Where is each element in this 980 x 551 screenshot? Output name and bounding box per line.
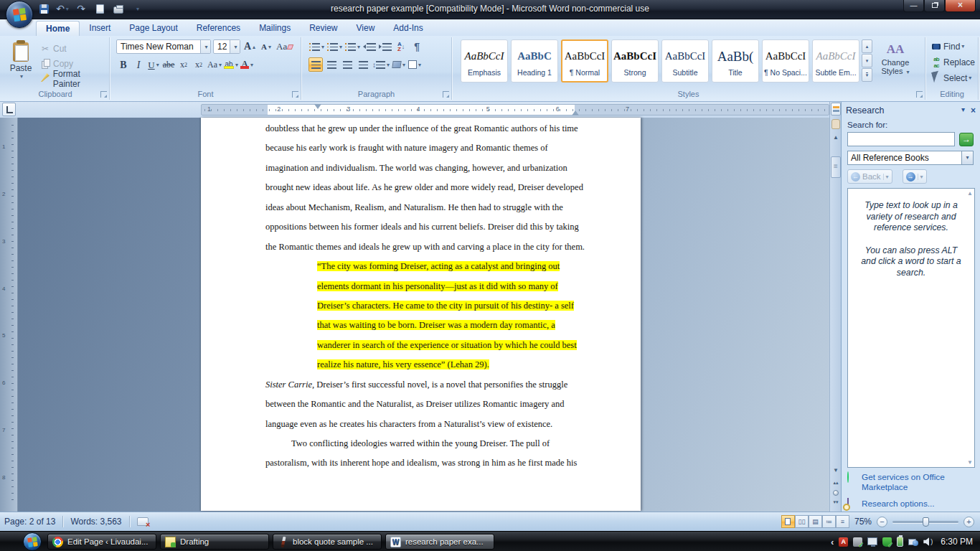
office-marketplace-link[interactable]: Get services on Office Marketplace (847, 472, 976, 492)
shading-button[interactable]: ▾ (392, 57, 406, 72)
ribbon-tab[interactable]: Review (300, 21, 347, 36)
style-card[interactable]: AaBbCcI Strong (611, 39, 659, 83)
outline-view-button[interactable]: ≔ (822, 515, 836, 528)
taskbar-clock[interactable]: 6:30 PM (938, 537, 976, 547)
display-settings-icon[interactable] (867, 537, 877, 545)
word-count[interactable]: Words: 3,563 (70, 517, 121, 527)
taskbar-button[interactable]: Edit Page ‹ Livaudai... (47, 534, 156, 550)
proofing-errors-icon[interactable] (137, 517, 149, 526)
zoom-slider[interactable] (892, 521, 958, 523)
redo-button[interactable]: ↷ (75, 2, 88, 15)
format-painter-button[interactable]: Format Painter (39, 71, 109, 86)
style-card[interactable]: AaBbCcI Subtitle (661, 39, 709, 83)
italic-button[interactable]: I (131, 57, 146, 72)
previous-page-button[interactable]: ▴▴ (830, 480, 842, 490)
zoom-level[interactable]: 75% (854, 517, 872, 527)
borders-button[interactable]: ▾ (407, 57, 422, 72)
research-search-input[interactable] (847, 132, 955, 146)
view-ruler-toggle-button[interactable] (831, 103, 841, 116)
results-scroll-up-icon[interactable]: ▲ (967, 190, 973, 197)
pane-menu-caret-icon[interactable]: ▾ (961, 105, 965, 116)
styles-scroll-down-button[interactable]: ▾ (862, 54, 872, 67)
align-right-button[interactable] (340, 57, 354, 72)
ribbon-tab[interactable]: Mailings (250, 21, 300, 36)
show-hidden-icons-button[interactable]: ‹ (831, 537, 834, 547)
styles-scroll-up-button[interactable]: ▴ (862, 39, 872, 53)
start-button[interactable] (23, 532, 42, 551)
zoom-in-button[interactable]: + (963, 517, 974, 527)
grow-font-button[interactable]: A▴ (242, 39, 257, 54)
scrollbar-thumb[interactable] (831, 156, 841, 178)
horizontal-ruler[interactable]: 1234567 (201, 104, 829, 116)
increase-indent-button[interactable] (378, 39, 392, 54)
back-button[interactable]: ← Back ▾ (847, 169, 892, 184)
start-search-button[interactable]: → (959, 133, 974, 146)
zoom-out-button[interactable]: − (877, 517, 887, 527)
minimize-button[interactable]: — (903, 0, 924, 12)
ribbon-tab[interactable]: Add-Ins (384, 21, 432, 36)
font-size-combo[interactable]: 12 ▾ (213, 39, 240, 54)
zoom-slider-thumb[interactable] (923, 517, 929, 527)
show-hide-paragraph-button[interactable]: ¶ (410, 39, 424, 54)
document-text[interactable]: doubtless that he grew up under the infl… (265, 119, 581, 474)
style-card[interactable]: AaBbCcI Subtle Em... (812, 39, 859, 83)
security-status-icon[interactable] (882, 537, 892, 547)
justify-button[interactable] (356, 57, 370, 72)
clear-formatting-button[interactable]: Aa (275, 39, 293, 54)
ribbon-tab[interactable]: View (347, 21, 385, 36)
ribbon-tab[interactable]: Insert (80, 21, 120, 36)
restore-button[interactable] (924, 0, 945, 12)
text-highlight-button[interactable]: ab▾ (223, 57, 239, 72)
usb-device-icon[interactable] (853, 537, 862, 547)
results-scroll-down-icon[interactable]: ▼ (967, 459, 973, 466)
vertical-scrollbar[interactable]: ▲ ▼ ▴▴ ▾▾ (829, 102, 841, 512)
close-button[interactable]: × (945, 0, 976, 12)
change-case-button[interactable]: Aa▾ (207, 57, 222, 72)
scroll-down-button[interactable]: ▼ (830, 465, 842, 476)
undo-button[interactable]: ↶▾ (56, 2, 69, 15)
document-page[interactable]: doubtless that he grew up under the infl… (201, 118, 641, 511)
font-family-combo[interactable]: Times New Roman ▾ (116, 39, 211, 54)
ribbon-tab[interactable]: Page Layout (120, 21, 187, 36)
network-icon[interactable] (908, 537, 918, 546)
replace-button[interactable]: abacReplace (930, 55, 978, 69)
sort-button[interactable]: AZ↓ (394, 39, 408, 54)
font-dialog-launcher[interactable] (292, 91, 298, 98)
ribbon-tab[interactable]: References (187, 21, 250, 36)
decrease-indent-button[interactable] (362, 39, 377, 54)
select-button[interactable]: Select▾ (930, 71, 978, 85)
web-layout-view-button[interactable]: ▤ (809, 515, 822, 528)
speaker-icon[interactable] (923, 537, 929, 546)
cut-button[interactable]: ✂Cut (39, 41, 109, 56)
draft-view-button[interactable]: ≡ (836, 515, 849, 528)
first-line-indent-marker[interactable] (314, 104, 321, 109)
find-button[interactable]: Find▾ (930, 39, 978, 53)
ribbon-tab[interactable]: Home (36, 21, 80, 36)
line-spacing-button[interactable]: ↕▾ (372, 57, 390, 72)
align-left-button[interactable] (308, 57, 323, 72)
taskbar-button[interactable]: Drafting (160, 534, 269, 550)
page-indicator[interactable]: Page: 2 of 13 (4, 517, 55, 527)
style-card[interactable]: AaBbCcI Emphasis (461, 39, 508, 83)
adobe-tray-icon[interactable]: A (839, 537, 848, 547)
pan-hand-icon[interactable] (831, 119, 840, 129)
font-color-button[interactable]: A▾ (240, 57, 254, 72)
style-card[interactable]: AaBbCcI ¶ No Spaci... (762, 39, 809, 83)
forward-button[interactable]: → ▾ (903, 169, 927, 184)
align-center-button[interactable] (324, 57, 339, 72)
customize-qat-button[interactable]: ▾ (131, 2, 143, 15)
bold-button[interactable]: B (116, 57, 131, 72)
style-card[interactable]: AaBbC Heading 1 (511, 39, 558, 83)
next-page-button[interactable]: ▾▾ (830, 499, 842, 509)
pane-close-icon[interactable]: × (971, 105, 976, 116)
change-styles-button[interactable]: AA Change Styles ▾ (875, 39, 915, 75)
print-layout-view-button[interactable] (781, 515, 795, 528)
quick-print-button[interactable] (112, 2, 125, 15)
scroll-up-button[interactable]: ▲ (830, 132, 842, 143)
vertical-ruler[interactable]: 12345678 (0, 118, 18, 512)
taskbar-button[interactable]: research paper exa... (385, 534, 494, 550)
bullets-button[interactable]: ▾ (308, 39, 325, 54)
shrink-font-button[interactable]: A▾ (259, 39, 273, 54)
research-options-link[interactable]: Research options... (847, 499, 976, 509)
underline-button[interactable]: U▾ (146, 57, 161, 72)
